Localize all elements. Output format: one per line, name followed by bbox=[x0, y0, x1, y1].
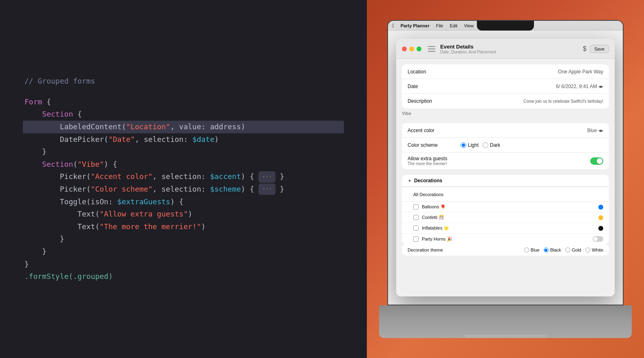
all-decorations-row: All Decorations bbox=[402, 187, 609, 202]
form-keyword: Form bbox=[24, 96, 42, 108]
vibe-section-header: Vibe bbox=[396, 108, 615, 117]
radio-light-label: Light bbox=[468, 142, 479, 148]
right-panel:  Party Planner File Edit View Window He… bbox=[367, 0, 644, 358]
extra-guests-sublabel: The more the merrier! bbox=[408, 161, 590, 166]
menu-view[interactable]: View bbox=[464, 23, 474, 28]
section1-close-line: } bbox=[24, 146, 342, 158]
accent-color-row: Accent color Blue ◂▸ bbox=[402, 123, 609, 138]
party-horns-toggle[interactable] bbox=[593, 236, 603, 242]
text1-line: Text( "Allow extra guests" ) bbox=[24, 208, 342, 221]
decorations-header: ▼ Decorations bbox=[402, 175, 609, 187]
save-button[interactable]: Save bbox=[590, 45, 609, 53]
confetti-item[interactable]: Confetti 🎊 bbox=[402, 212, 609, 223]
datepicker-line: DatePicker( "Date" , selection: $date ) bbox=[24, 133, 342, 146]
confetti-color bbox=[598, 215, 603, 220]
macbook-base bbox=[379, 305, 632, 338]
close-button[interactable] bbox=[402, 46, 407, 51]
inflatables-item[interactable]: Inflatables 🌟 bbox=[402, 223, 609, 234]
decorations-title: Decorations bbox=[414, 178, 442, 183]
balloons-item[interactable]: Balloons 🎈 bbox=[402, 202, 609, 212]
decoration-theme-label: Decoration theme bbox=[408, 248, 457, 252]
inflatables-checkbox[interactable] bbox=[413, 225, 419, 231]
radio-light-dot bbox=[461, 142, 466, 148]
party-horns-toggle-knob bbox=[593, 237, 598, 241]
accent-color-value: Blue ◂▸ bbox=[461, 128, 603, 133]
macbook-frame:  Party Planner File Edit View Window He… bbox=[379, 20, 632, 338]
titlebar-info: Event Details Date, Duration, And Placem… bbox=[440, 44, 578, 54]
titlebar-right: $ Save bbox=[583, 45, 609, 53]
form-close-line: } bbox=[24, 258, 342, 271]
section1-keyword: Section bbox=[42, 108, 73, 121]
chevron-down-icon: ▼ bbox=[408, 179, 412, 183]
form-style-line: .formStyle(.grouped) bbox=[24, 270, 342, 283]
extra-guests-toggle[interactable] bbox=[590, 157, 603, 165]
date-row: Date 6/ 6/2022, 9:41 AM ◂▸ bbox=[402, 79, 609, 94]
date-label: Date bbox=[408, 84, 461, 89]
macbook-notch bbox=[477, 21, 534, 31]
radio-dark[interactable]: Dark bbox=[483, 142, 500, 148]
theme-blue[interactable]: Blue bbox=[524, 248, 540, 252]
inflatables-color bbox=[598, 226, 603, 231]
minimize-button[interactable] bbox=[409, 46, 414, 51]
balloons-checkbox[interactable] bbox=[413, 204, 419, 210]
decoration-theme-row: Decoration theme Blue Black bbox=[402, 244, 609, 256]
theme-gold-label: Gold bbox=[572, 248, 581, 252]
theme-blue-radio bbox=[524, 248, 529, 252]
radio-dark-dot bbox=[483, 142, 488, 148]
theme-white[interactable]: White bbox=[585, 248, 603, 252]
section2-open-line: Section ( "Vibe" ) { bbox=[24, 158, 342, 171]
form-brace: { bbox=[42, 96, 51, 108]
all-decorations-label: All Decorations bbox=[413, 192, 443, 197]
section2-close-line: } bbox=[24, 245, 342, 258]
window-subtitle: Date, Duration, And Placement bbox=[440, 50, 578, 54]
app-window: Event Details Date, Duration, And Placem… bbox=[396, 39, 615, 296]
form-content: Location One Apple Park Way Date 6/ 6/20… bbox=[396, 59, 615, 296]
toggle-close-line: } bbox=[24, 233, 342, 245]
theme-gold[interactable]: Gold bbox=[565, 248, 581, 252]
theme-black-radio bbox=[544, 248, 549, 252]
party-horns-name: Party Horns 🎉 bbox=[422, 236, 593, 242]
macbook-foot bbox=[465, 335, 546, 338]
form-section-2: Accent color Blue ◂▸ Color scheme Light bbox=[402, 123, 609, 169]
window-title: Event Details bbox=[440, 44, 578, 50]
menu-edit[interactable]: Edit bbox=[450, 23, 457, 28]
theme-blue-label: Blue bbox=[531, 248, 540, 252]
radio-dark-label: Dark bbox=[490, 142, 500, 148]
maximize-button[interactable] bbox=[417, 46, 421, 51]
titlebar: Event Details Date, Duration, And Placem… bbox=[396, 39, 615, 59]
sidebar-toggle[interactable] bbox=[428, 46, 435, 52]
balloons-color bbox=[598, 205, 603, 210]
confetti-name: Confetti 🎊 bbox=[422, 215, 598, 220]
picker-scheme-line: Picker( "Color scheme" , selection: $sch… bbox=[24, 183, 342, 196]
theme-black[interactable]: Black bbox=[544, 248, 561, 252]
description-row: Description Come join us to celebrate Sw… bbox=[402, 94, 609, 108]
theme-white-label: White bbox=[592, 248, 603, 252]
comment-line: // Grouped forms bbox=[24, 75, 342, 88]
extra-guests-row: Allow extra guests The more the merrier! bbox=[402, 152, 609, 169]
traffic-lights bbox=[402, 46, 421, 51]
theme-white-radio bbox=[585, 248, 590, 252]
section1-open-line: Section { bbox=[24, 108, 342, 121]
color-scheme-row: Color scheme Light Dark bbox=[402, 138, 609, 152]
description-value: Come join us to celebrate SwiftUI's birt… bbox=[461, 99, 603, 104]
location-value: One Apple Park Way bbox=[461, 69, 603, 75]
toggle-open-line: Toggle(isOn: $extraGuests ) { bbox=[24, 196, 342, 208]
toggle-knob bbox=[597, 158, 602, 164]
party-horns-checkbox[interactable] bbox=[413, 236, 419, 242]
theme-gold-radio bbox=[565, 248, 570, 252]
color-scheme-options: Light Dark bbox=[461, 142, 500, 148]
confetti-checkbox[interactable] bbox=[413, 215, 419, 220]
party-horns-item[interactable]: Party Horns 🎉 bbox=[402, 234, 609, 244]
theme-black-label: Black bbox=[550, 248, 561, 252]
text2-line: Text( "The more the merrier!" ) bbox=[24, 221, 342, 233]
code-block: // Grouped forms Form { Section { Labele… bbox=[24, 75, 342, 283]
app-name[interactable]: Party Planner bbox=[401, 23, 430, 28]
apple-logo-icon:  bbox=[392, 22, 394, 29]
date-value: 6/ 6/2022, 9:41 AM ◂▸ bbox=[461, 84, 603, 89]
form-section-1: Location One Apple Park Way Date 6/ 6/20… bbox=[402, 64, 609, 108]
accent-color-label: Accent color bbox=[408, 128, 461, 133]
radio-light[interactable]: Light bbox=[461, 142, 479, 148]
code-panel: // Grouped forms Form { Section { Labele… bbox=[0, 0, 367, 358]
menu-file[interactable]: File bbox=[436, 23, 443, 28]
form-open-line: Form { bbox=[24, 96, 342, 108]
